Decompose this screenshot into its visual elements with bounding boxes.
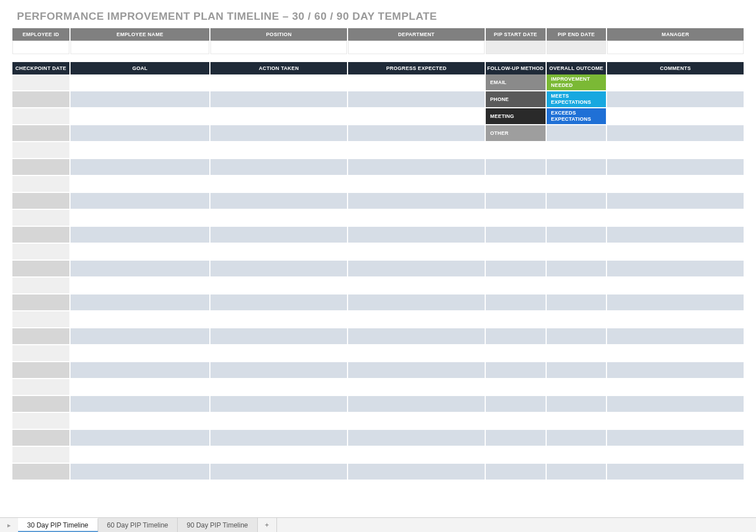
cell-progress-expected[interactable]: [348, 430, 485, 447]
cell-follow-up-method[interactable]: [486, 396, 546, 413]
cell-comments[interactable]: [607, 176, 744, 193]
cell-overall-outcome[interactable]: [547, 210, 606, 227]
cell-overall-outcome[interactable]: [547, 244, 606, 261]
cell-overall-outcome[interactable]: [547, 278, 606, 294]
cell-pip-start-date[interactable]: [486, 41, 546, 54]
cell-action-taken[interactable]: [210, 430, 347, 447]
cell-progress-expected[interactable]: [348, 447, 485, 464]
cell-goal[interactable]: [71, 430, 210, 447]
cell-comments[interactable]: [607, 328, 744, 345]
cell-follow-up-method[interactable]: [486, 244, 546, 261]
cell-follow-up-method[interactable]: [486, 159, 546, 176]
cell-action-taken[interactable]: [210, 362, 347, 379]
cell-follow-up-method[interactable]: [486, 379, 546, 396]
cell-follow-up-method[interactable]: [486, 278, 546, 294]
cell-checkpoint-date[interactable]: [12, 91, 69, 108]
cell-checkpoint-date[interactable]: [12, 125, 69, 142]
cell-action-taken[interactable]: [210, 142, 347, 159]
cell-comments[interactable]: [607, 91, 744, 108]
cell-overall-outcome[interactable]: [547, 464, 606, 481]
cell-comments[interactable]: [607, 294, 744, 311]
cell-checkpoint-date[interactable]: [12, 176, 69, 193]
cell-checkpoint-date[interactable]: [12, 142, 69, 159]
cell-overall-outcome[interactable]: [547, 261, 606, 278]
cell-goal[interactable]: [71, 311, 210, 328]
cell-checkpoint-date[interactable]: [12, 74, 69, 91]
outcome-option-meets[interactable]: MEETS EXPECTATIONS: [547, 91, 606, 107]
cell-progress-expected[interactable]: [348, 244, 485, 261]
cell-checkpoint-date[interactable]: [12, 447, 69, 464]
cell-follow-up-method[interactable]: [486, 176, 546, 193]
cell-action-taken[interactable]: [210, 193, 347, 210]
cell-action-taken[interactable]: [210, 345, 347, 362]
cell-goal[interactable]: [71, 74, 210, 91]
cell-goal[interactable]: [71, 362, 210, 379]
cell-action-taken[interactable]: [210, 294, 347, 311]
cell-follow-up-method[interactable]: EMAIL: [486, 74, 546, 91]
cell-goal[interactable]: [71, 328, 210, 345]
cell-overall-outcome[interactable]: [547, 328, 606, 345]
cell-progress-expected[interactable]: [348, 396, 485, 413]
cell-action-taken[interactable]: [210, 74, 347, 91]
cell-comments[interactable]: [607, 430, 744, 447]
cell-comments[interactable]: [607, 464, 744, 481]
cell-checkpoint-date[interactable]: [12, 159, 69, 176]
cell-overall-outcome[interactable]: [547, 430, 606, 447]
cell-overall-outcome[interactable]: [547, 227, 606, 244]
cell-progress-expected[interactable]: [348, 91, 485, 108]
cell-progress-expected[interactable]: [348, 142, 485, 159]
cell-goal[interactable]: [71, 447, 210, 464]
cell-progress-expected[interactable]: [348, 261, 485, 278]
cell-checkpoint-date[interactable]: [12, 108, 69, 125]
cell-follow-up-method[interactable]: OTHER: [486, 125, 546, 142]
cell-checkpoint-date[interactable]: [12, 210, 69, 227]
cell-checkpoint-date[interactable]: [12, 311, 69, 328]
cell-goal[interactable]: [71, 464, 210, 481]
cell-goal[interactable]: [71, 396, 210, 413]
cell-overall-outcome[interactable]: [547, 311, 606, 328]
cell-checkpoint-date[interactable]: [12, 413, 69, 430]
cell-overall-outcome[interactable]: [547, 345, 606, 362]
cell-goal[interactable]: [71, 413, 210, 430]
followup-option-meeting[interactable]: MEETING: [486, 108, 546, 124]
cell-progress-expected[interactable]: [348, 193, 485, 210]
cell-follow-up-method[interactable]: MEETING: [486, 108, 546, 125]
cell-pip-end-date[interactable]: [547, 41, 606, 54]
cell-checkpoint-date[interactable]: [12, 278, 69, 294]
cell-progress-expected[interactable]: [348, 362, 485, 379]
cell-comments[interactable]: [607, 244, 744, 261]
cell-checkpoint-date[interactable]: [12, 379, 69, 396]
cell-comments[interactable]: [607, 261, 744, 278]
cell-goal[interactable]: [71, 91, 210, 108]
cell-checkpoint-date[interactable]: [12, 396, 69, 413]
cell-comments[interactable]: [607, 108, 744, 125]
cell-follow-up-method[interactable]: [486, 413, 546, 430]
cell-progress-expected[interactable]: [348, 278, 485, 294]
cell-checkpoint-date[interactable]: [12, 227, 69, 244]
cell-overall-outcome[interactable]: [547, 396, 606, 413]
cell-action-taken[interactable]: [210, 396, 347, 413]
cell-comments[interactable]: [607, 311, 744, 328]
cell-goal[interactable]: [71, 294, 210, 311]
cell-follow-up-method[interactable]: [486, 294, 546, 311]
cell-employee-id[interactable]: [12, 41, 69, 54]
cell-goal[interactable]: [71, 125, 210, 142]
cell-progress-expected[interactable]: [348, 464, 485, 481]
cell-goal[interactable]: [71, 176, 210, 193]
cell-follow-up-method[interactable]: [486, 328, 546, 345]
cell-overall-outcome[interactable]: [547, 193, 606, 210]
cell-progress-expected[interactable]: [348, 345, 485, 362]
cell-comments[interactable]: [607, 447, 744, 464]
cell-action-taken[interactable]: [210, 227, 347, 244]
cell-overall-outcome[interactable]: EXCEEDS EXPECTATIONS: [547, 108, 606, 125]
tab-60-day[interactable]: 60 Day PIP Timeline: [98, 518, 178, 532]
cell-goal[interactable]: [71, 159, 210, 176]
cell-goal[interactable]: [71, 379, 210, 396]
cell-checkpoint-date[interactable]: [12, 294, 69, 311]
cell-progress-expected[interactable]: [348, 328, 485, 345]
cell-progress-expected[interactable]: [348, 108, 485, 125]
cell-comments[interactable]: [607, 159, 744, 176]
cell-goal[interactable]: [71, 345, 210, 362]
cell-overall-outcome[interactable]: [547, 294, 606, 311]
cell-follow-up-method[interactable]: [486, 210, 546, 227]
